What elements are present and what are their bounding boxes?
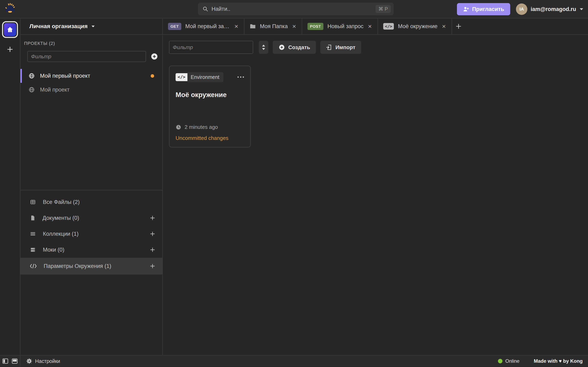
grid-icon bbox=[30, 199, 36, 205]
org-switcher[interactable]: Личная организация bbox=[20, 18, 162, 35]
add-organization-button[interactable] bbox=[6, 45, 15, 54]
organization-rail bbox=[0, 18, 20, 355]
plus-icon bbox=[150, 215, 155, 221]
project-item-my-project[interactable]: Мой проект bbox=[20, 83, 162, 97]
tab-request-post[interactable]: POST Новый запрос × bbox=[302, 18, 378, 34]
search-input[interactable] bbox=[212, 6, 375, 12]
sort-button[interactable] bbox=[259, 41, 268, 54]
workspace-content: Создать Импорт </> Environment bbox=[163, 35, 588, 147]
account-menu[interactable]: IA iam@romagod.ru bbox=[516, 3, 584, 15]
gear-icon bbox=[26, 358, 32, 364]
add-document-button[interactable] bbox=[150, 215, 155, 221]
add-mock-button[interactable] bbox=[150, 247, 155, 253]
nav-label: Документы (0) bbox=[43, 215, 79, 221]
panel-bottom-icon bbox=[12, 358, 18, 364]
search-icon bbox=[203, 6, 208, 12]
import-button[interactable]: Импорт bbox=[320, 41, 361, 54]
server-icon bbox=[30, 247, 36, 253]
list-icon bbox=[30, 231, 36, 237]
tab-environment[interactable]: </> Моё окружение × bbox=[378, 18, 452, 34]
card-status-uncommitted: Uncommitted changes bbox=[176, 135, 228, 141]
workspace-toolbar: Создать Импорт bbox=[169, 41, 588, 54]
tab-bar: GET Мой первый зап… × Моя Папка × POST Н… bbox=[163, 18, 588, 35]
app-logo bbox=[0, 3, 20, 15]
file-card-grid: </> Environment Моё окружение bbox=[169, 66, 588, 147]
global-search[interactable]: ⌘ P bbox=[198, 3, 394, 15]
toggle-bottom-panel-button[interactable] bbox=[12, 358, 18, 364]
project-name: Мой проект bbox=[40, 87, 70, 93]
create-button-label: Создать bbox=[288, 44, 310, 50]
code-badge: </> bbox=[383, 23, 394, 30]
avatar: IA bbox=[516, 3, 527, 15]
tab-folder[interactable]: Моя Папка × bbox=[244, 18, 302, 34]
document-icon bbox=[30, 215, 35, 221]
nav-label: Все Файлы (2) bbox=[43, 199, 80, 205]
create-button[interactable]: Создать bbox=[273, 41, 316, 54]
online-dot-icon bbox=[498, 359, 502, 363]
close-tab-button[interactable]: × bbox=[442, 23, 446, 30]
project-name: Мой первый проект bbox=[40, 73, 90, 79]
card-type-label: Environment bbox=[187, 72, 223, 82]
tab-label: Моё окружение bbox=[398, 23, 438, 30]
add-project-button[interactable] bbox=[150, 53, 158, 60]
plus-circle-icon bbox=[150, 53, 158, 60]
plus-icon bbox=[150, 263, 155, 269]
plus-icon bbox=[150, 247, 155, 253]
nav-collections[interactable]: Коллекции (1) bbox=[20, 226, 162, 242]
nav-label: Моки (0) bbox=[43, 247, 64, 253]
invite-button[interactable]: Пригласить bbox=[457, 3, 510, 15]
card-menu-button[interactable] bbox=[237, 76, 244, 78]
project-filter-input[interactable] bbox=[27, 51, 146, 62]
nav-all-files[interactable]: Все Файлы (2) bbox=[20, 194, 162, 210]
settings-label: Настройки bbox=[35, 358, 60, 364]
environment-card[interactable]: </> Environment Моё окружение bbox=[169, 66, 251, 147]
toggle-left-panel-button[interactable] bbox=[2, 358, 8, 364]
panel-left-icon bbox=[2, 358, 8, 364]
globe-icon bbox=[29, 87, 35, 93]
settings-button[interactable]: Настройки bbox=[26, 358, 60, 364]
close-tab-button[interactable]: × bbox=[367, 23, 372, 30]
files-navigation: Все Файлы (2) Документы (0) Коллек bbox=[20, 190, 162, 275]
clock-icon bbox=[176, 124, 181, 130]
kong-credit: Made with ♥ by Kong bbox=[534, 358, 583, 364]
card-updated-time: 2 minutes ago bbox=[185, 124, 218, 130]
plus-icon bbox=[455, 23, 462, 30]
globe-icon bbox=[29, 73, 35, 79]
project-item-my-first-project[interactable]: Мой первый проект bbox=[20, 69, 162, 83]
method-badge-get: GET bbox=[168, 23, 181, 30]
plus-icon bbox=[7, 46, 13, 53]
folder-icon bbox=[250, 24, 256, 29]
file-import-icon bbox=[326, 44, 332, 50]
plus-icon bbox=[150, 231, 155, 237]
close-tab-button[interactable]: × bbox=[234, 23, 239, 30]
notification-dot bbox=[151, 74, 154, 78]
top-bar: ⌘ P Пригласить IA iam@romagod.ru bbox=[0, 0, 588, 18]
invite-button-label: Пригласить bbox=[472, 6, 504, 12]
online-label: Online bbox=[505, 358, 519, 364]
person-plus-icon bbox=[463, 6, 469, 12]
new-tab-button[interactable] bbox=[452, 18, 465, 34]
nav-mocks[interactable]: Моки (0) bbox=[20, 242, 162, 258]
chevron-down-icon bbox=[579, 8, 584, 11]
status-bar: Настройки Online Made with ♥ by Kong bbox=[0, 355, 588, 367]
workspace-filter-input[interactable] bbox=[169, 41, 253, 54]
close-tab-button[interactable]: × bbox=[292, 23, 296, 30]
add-environment-button[interactable] bbox=[150, 263, 155, 269]
project-list: Мой первый проект Мой проект bbox=[20, 69, 162, 97]
project-sidebar: Личная организация ПРОЕКТЫ (2) Мой первы… bbox=[20, 18, 163, 355]
add-collection-button[interactable] bbox=[150, 231, 155, 237]
nav-label: Коллекции (1) bbox=[43, 231, 79, 237]
method-badge-post: POST bbox=[307, 23, 323, 30]
personal-org-button[interactable] bbox=[2, 21, 18, 38]
chevron-down-icon bbox=[91, 25, 95, 28]
online-status[interactable]: Online bbox=[498, 358, 519, 364]
ellipsis-icon bbox=[237, 76, 244, 78]
main-panel: GET Мой первый зап… × Моя Папка × POST Н… bbox=[163, 18, 588, 355]
sort-arrows-icon bbox=[261, 44, 266, 50]
card-title: Моё окружение bbox=[176, 91, 244, 99]
nav-environments[interactable]: Параметры Окружения (1) bbox=[20, 258, 162, 275]
projects-section-label: ПРОЕКТЫ (2) bbox=[20, 35, 162, 51]
tab-request-get[interactable]: GET Мой первый зап… × bbox=[163, 18, 244, 34]
nav-documents[interactable]: Документы (0) bbox=[20, 210, 162, 226]
tab-label: Мой первый зап… bbox=[185, 23, 230, 30]
